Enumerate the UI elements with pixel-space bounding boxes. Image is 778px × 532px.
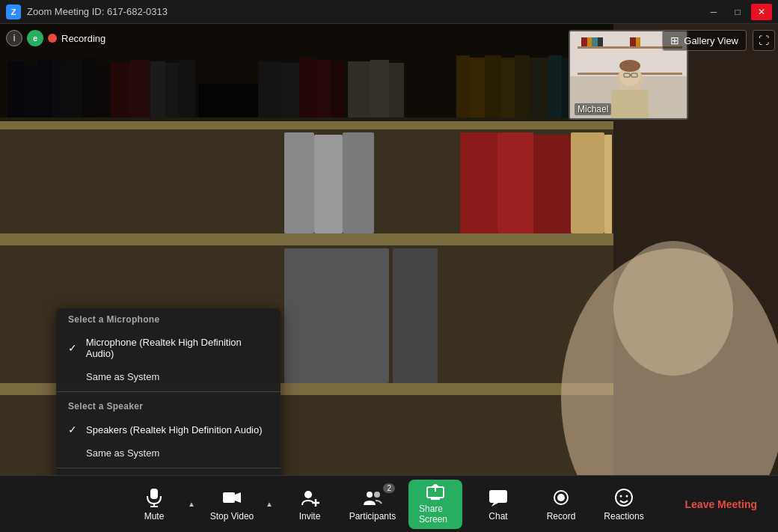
svg-rect-42 (533, 135, 571, 233)
window-controls: ─ □ ✕ (703, 4, 772, 20)
svg-point-86 (616, 489, 632, 506)
video-area: ⊞ Gallery View ⛶ i e Recording (0, 24, 778, 499)
svg-rect-61 (611, 90, 649, 120)
info-button[interactable]: i (6, 30, 22, 46)
maximize-button[interactable]: □ (727, 4, 748, 20)
mic-option-2[interactable]: Same as System (56, 365, 281, 388)
svg-point-66 (619, 60, 640, 72)
checkmark-icon: ✓ (68, 342, 80, 354)
share-screen-wrapper: Share Screen (408, 480, 462, 529)
chat-label: Chat (488, 511, 507, 522)
microphone-header: Select a Microphone (56, 308, 281, 331)
svg-point-48 (613, 241, 733, 376)
svg-point-75 (304, 491, 312, 498)
mic-icon (144, 487, 165, 508)
leave-meeting-button[interactable]: Leave Meeting (676, 492, 766, 516)
svg-marker-83 (491, 503, 498, 507)
mute-arrow-button[interactable]: ▲ (184, 479, 199, 530)
share-screen-icon (426, 484, 444, 501)
video-icon (221, 487, 242, 508)
speaker-header: Select a Speaker (56, 395, 281, 418)
svg-point-79 (374, 492, 380, 498)
svg-rect-46 (393, 248, 438, 383)
svg-point-87 (620, 495, 622, 497)
share-screen-label: Share Screen (419, 504, 452, 525)
svg-rect-37 (284, 132, 314, 233)
record-icon (551, 487, 572, 508)
svg-rect-4 (0, 233, 613, 245)
toolbar: Mute ▲ Stop Video ▲ Invite (0, 475, 778, 532)
recording-indicator: i e Recording (6, 30, 105, 46)
svg-point-88 (626, 495, 628, 497)
speaker-option-1-label: Speakers (Realtek High Definition Audio) (86, 424, 263, 435)
participants-button[interactable]: 2 Participants (343, 479, 402, 530)
reactions-label: Reactions (604, 511, 643, 522)
chat-icon (488, 487, 509, 508)
reactions-icon (613, 487, 634, 508)
svg-rect-54 (581, 37, 587, 46)
gallery-view-label: Gallery View (684, 35, 738, 46)
checkmark-icon-2: ✓ (68, 424, 80, 435)
record-button[interactable]: Record (531, 479, 591, 530)
title-bar: Z Zoom Meeting ID: 617-682-0313 ─ □ ✕ (0, 0, 778, 24)
svg-rect-59 (636, 37, 640, 46)
zoom-logo: Z (6, 4, 21, 19)
meeting-title: Zoom Meeting ID: 617-682-0313 (27, 6, 168, 17)
participants-icon (362, 487, 383, 508)
encryption-badge: e (27, 30, 43, 46)
stop-video-label: Stop Video (210, 511, 254, 522)
svg-marker-74 (235, 492, 241, 503)
recording-dot (48, 34, 57, 43)
participants-count-badge: 2 (383, 483, 395, 493)
share-screen-button[interactable]: Share Screen (405, 479, 465, 530)
fullscreen-button[interactable]: ⛶ (753, 30, 775, 51)
top-controls: ⊞ Gallery View ⛶ (662, 30, 775, 51)
invite-label: Invite (299, 511, 321, 522)
speaker-option-1[interactable]: ✓ Speakers (Realtek High Definition Audi… (56, 418, 281, 441)
stop-video-group: Stop Video ▲ (202, 479, 277, 530)
svg-rect-58 (630, 37, 636, 46)
svg-rect-41 (497, 132, 533, 233)
close-button[interactable]: ✕ (751, 4, 772, 20)
participants-label: Participants (349, 511, 396, 522)
speaker-option-2-label: Same as System (86, 447, 159, 459)
minimize-button[interactable]: ─ (703, 4, 724, 20)
mute-group: Mute ▲ (124, 479, 199, 530)
svg-rect-44 (604, 135, 612, 233)
svg-rect-43 (571, 132, 604, 233)
mute-label: Mute (144, 511, 165, 522)
mute-button[interactable]: Mute (124, 479, 184, 530)
invite-button[interactable]: Invite (280, 479, 340, 530)
svg-point-85 (557, 494, 565, 501)
menu-divider-2 (56, 468, 281, 468)
record-label: Record (547, 511, 576, 522)
chat-button[interactable]: Chat (468, 479, 528, 530)
svg-rect-70 (150, 489, 158, 499)
reactions-button[interactable]: Reactions (594, 479, 654, 530)
stop-video-button[interactable]: Stop Video (202, 479, 262, 530)
svg-rect-73 (223, 492, 235, 503)
svg-rect-55 (587, 37, 592, 46)
mic-option-1[interactable]: ✓ Microphone (Realtek High Definition Au… (56, 331, 281, 365)
fullscreen-icon: ⛶ (759, 34, 769, 46)
video-arrow-button[interactable]: ▲ (262, 479, 277, 530)
svg-rect-56 (592, 37, 598, 46)
svg-rect-39 (343, 132, 374, 233)
mic-option-1-label: Microphone (Realtek High Definition Audi… (86, 337, 269, 359)
enc-icon: e (33, 34, 37, 43)
svg-rect-57 (598, 37, 603, 46)
svg-rect-38 (314, 135, 343, 233)
speaker-option-2[interactable]: Same as System (56, 441, 281, 465)
svg-point-78 (367, 492, 373, 498)
svg-rect-45 (284, 248, 389, 383)
grid-icon: ⊞ (670, 34, 679, 46)
invite-icon (299, 487, 320, 508)
menu-divider-1 (56, 391, 281, 392)
self-view-name: Michael (575, 103, 611, 115)
svg-rect-40 (460, 132, 497, 233)
svg-rect-82 (489, 490, 507, 503)
gallery-view-button[interactable]: ⊞ Gallery View (662, 30, 747, 51)
title-left: Z Zoom Meeting ID: 617-682-0313 (6, 4, 168, 19)
mic-option-2-label: Same as System (86, 371, 159, 382)
audio-context-menu: Select a Microphone ✓ Microphone (Realte… (56, 308, 281, 499)
